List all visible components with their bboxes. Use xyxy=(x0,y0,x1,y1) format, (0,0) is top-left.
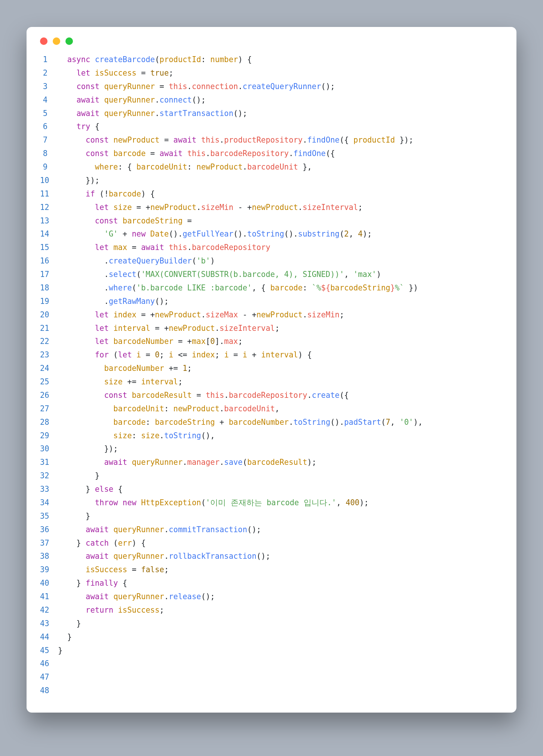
line-number: 47 xyxy=(40,671,47,684)
line-number: 45 xyxy=(40,644,47,658)
code-line: } xyxy=(58,617,423,631)
line-number: 32 xyxy=(40,469,47,483)
line-number: 46 xyxy=(40,657,47,671)
code-line: barcodeNumber += 1; xyxy=(58,362,423,375)
code-line: } xyxy=(58,644,423,658)
code-content: async createBarcode(productId: number) {… xyxy=(58,53,423,698)
code-line: const queryRunner = this.connection.crea… xyxy=(58,80,423,94)
code-line: await queryRunner.commitTransaction(); xyxy=(58,523,423,537)
code-line: 'G' + new Date().getFullYear().toString(… xyxy=(58,228,423,241)
code-line: let max = await this.barcodeRepository xyxy=(58,241,423,254)
code-line: size += interval; xyxy=(58,375,423,389)
line-number: 41 xyxy=(40,590,47,604)
line-number: 37 xyxy=(40,537,47,550)
line-number: 27 xyxy=(40,402,47,416)
line-number: 30 xyxy=(40,442,47,456)
code-line: barcode: barcodeString + barcodeNumber.t… xyxy=(58,416,423,429)
line-number: 21 xyxy=(40,322,47,335)
line-number: 31 xyxy=(40,456,47,469)
code-line: const barcodeString = xyxy=(58,214,423,228)
code-line: .getRawMany(); xyxy=(58,295,423,308)
code-line: } else { xyxy=(58,483,423,496)
line-number: 15 xyxy=(40,241,47,254)
code-editor: 1234567891011121314151617181920212223242… xyxy=(40,53,503,698)
line-number: 2 xyxy=(40,67,47,80)
code-line: } finally { xyxy=(58,577,423,590)
line-number: 44 xyxy=(40,631,47,644)
code-line: await queryRunner.manager.save(barcodeRe… xyxy=(58,456,423,469)
code-line: .select('MAX(CONVERT(SUBSTR(b.barcode, 4… xyxy=(58,268,423,281)
zoom-icon[interactable] xyxy=(65,37,73,45)
window-controls xyxy=(40,37,503,45)
code-line: } xyxy=(58,469,423,483)
minimize-icon[interactable] xyxy=(53,37,60,45)
line-number: 22 xyxy=(40,335,47,348)
line-number: 1 xyxy=(40,53,47,67)
code-line: } xyxy=(58,631,423,644)
code-line: .where('b.barcode LIKE :barcode', { barc… xyxy=(58,281,423,295)
code-line: let barcodeNumber = +max[0].max; xyxy=(58,335,423,348)
line-number: 10 xyxy=(40,174,47,188)
code-line: await queryRunner.rollbackTransaction(); xyxy=(58,550,423,563)
line-number: 3 xyxy=(40,80,47,94)
line-number: 38 xyxy=(40,550,47,563)
code-line: where: { barcodeUnit: newProduct.barcode… xyxy=(58,161,423,174)
line-number: 5 xyxy=(40,107,47,121)
line-number: 4 xyxy=(40,94,47,107)
line-number: 40 xyxy=(40,577,47,590)
line-number: 33 xyxy=(40,483,47,496)
code-line: return isSuccess; xyxy=(58,604,423,617)
line-number: 13 xyxy=(40,214,47,228)
code-line: const newProduct = await this.productRep… xyxy=(58,134,423,147)
line-number: 11 xyxy=(40,188,47,201)
line-number: 9 xyxy=(40,161,47,174)
code-line: }); xyxy=(58,442,423,456)
line-number: 17 xyxy=(40,268,47,281)
code-line: .createQueryBuilder('b') xyxy=(58,254,423,268)
code-line: barcodeUnit: newProduct.barcodeUnit, xyxy=(58,402,423,416)
line-number: 20 xyxy=(40,308,47,322)
line-number: 23 xyxy=(40,348,47,362)
line-number: 14 xyxy=(40,228,47,241)
code-line: throw new HttpException('이미 존재하는 barcode… xyxy=(58,496,423,510)
line-number: 29 xyxy=(40,429,47,443)
line-number: 24 xyxy=(40,362,47,375)
code-line: await queryRunner.startTransaction(); xyxy=(58,107,423,121)
code-line: if (!barcode) { xyxy=(58,188,423,201)
line-number: 35 xyxy=(40,510,47,523)
code-line: } xyxy=(58,510,423,523)
line-number: 39 xyxy=(40,563,47,577)
line-number: 48 xyxy=(40,684,47,698)
code-line: size: size.toString(), xyxy=(58,429,423,443)
line-number: 12 xyxy=(40,201,47,214)
line-number: 18 xyxy=(40,281,47,295)
code-line: const barcodeResult = this.barcodeReposi… xyxy=(58,389,423,402)
line-number: 8 xyxy=(40,147,47,161)
close-icon[interactable] xyxy=(40,37,47,45)
code-line: async createBarcode(productId: number) { xyxy=(58,53,423,67)
line-number: 7 xyxy=(40,134,47,147)
line-number: 34 xyxy=(40,496,47,510)
code-line: for (let i = 0; i <= index; i = i + inte… xyxy=(58,348,423,362)
code-line: let index = +newProduct.sizeMax - +newPr… xyxy=(58,308,423,322)
code-line: await queryRunner.release(); xyxy=(58,590,423,604)
line-number: 19 xyxy=(40,295,47,308)
code-line: } catch (err) { xyxy=(58,537,423,550)
line-number: 26 xyxy=(40,389,47,402)
line-number: 28 xyxy=(40,416,47,429)
code-window: 1234567891011121314151617181920212223242… xyxy=(27,27,516,713)
code-line: await queryRunner.connect(); xyxy=(58,94,423,107)
code-line: }); xyxy=(58,174,423,188)
code-line: let size = +newProduct.sizeMin - +newPro… xyxy=(58,201,423,214)
line-number: 42 xyxy=(40,604,47,617)
line-number-gutter: 1234567891011121314151617181920212223242… xyxy=(40,53,58,698)
line-number: 36 xyxy=(40,523,47,537)
code-line: const barcode = await this.barcodeReposi… xyxy=(58,147,423,161)
line-number: 16 xyxy=(40,254,47,268)
code-line: try { xyxy=(58,120,423,134)
line-number: 6 xyxy=(40,120,47,134)
code-line: isSuccess = false; xyxy=(58,563,423,577)
line-number: 25 xyxy=(40,375,47,389)
code-line: let isSuccess = true; xyxy=(58,67,423,80)
line-number: 43 xyxy=(40,617,47,631)
